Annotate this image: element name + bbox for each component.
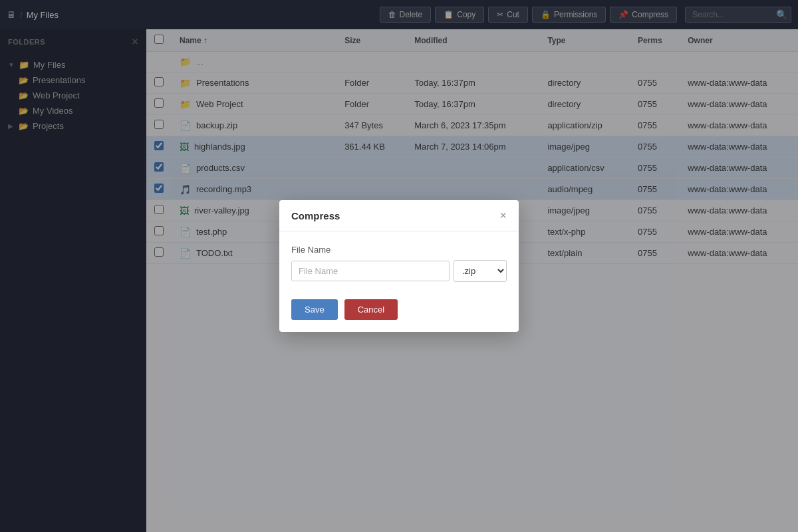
modal-title: Compress — [291, 210, 340, 221]
modal-footer: Save Cancel — [279, 291, 519, 332]
extension-select[interactable]: .zip .tar .gz .tar.gz — [454, 260, 507, 282]
save-button[interactable]: Save — [291, 299, 338, 320]
modal-overlay: Compress × File Name .zip .tar .gz .tar.… — [0, 0, 798, 532]
compress-modal: Compress × File Name .zip .tar .gz .tar.… — [279, 200, 519, 332]
cancel-button[interactable]: Cancel — [344, 299, 398, 320]
modal-body: File Name .zip .tar .gz .tar.gz — [279, 231, 519, 291]
file-name-input[interactable] — [291, 261, 450, 281]
modal-close-button[interactable]: × — [499, 209, 507, 221]
file-name-label: File Name — [291, 245, 507, 255]
file-name-row: .zip .tar .gz .tar.gz — [291, 260, 507, 282]
modal-header: Compress × — [279, 200, 519, 231]
